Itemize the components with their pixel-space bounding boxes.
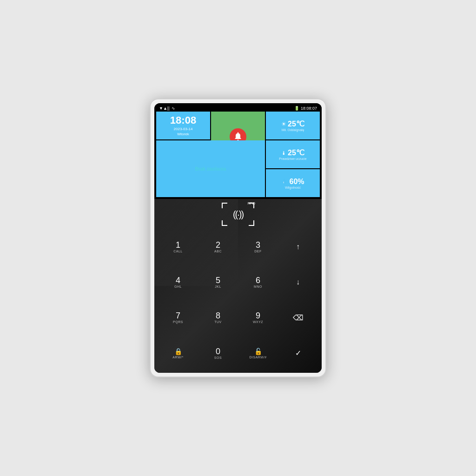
rfid-frame: ((·)) RFID — [222, 203, 254, 226]
temp2-tile: 🌡 25℃ Prawdziwe uczucie — [266, 140, 320, 168]
key-3-label: DEF — [254, 250, 262, 253]
key-arm-label: ARW/* — [172, 356, 183, 359]
key-3-number: 3 — [256, 241, 260, 249]
sun-icon: ☀ — [281, 121, 286, 127]
key-disarm[interactable]: 🔓 DISARM/# — [239, 337, 277, 370]
key-9-label: WXYZ — [253, 320, 263, 324]
key-2[interactable]: 2 ABC — [199, 230, 237, 263]
key-2-label: ABC — [214, 250, 222, 253]
humidity-icon: 💧 — [281, 178, 288, 185]
status-time: 18:08:07 — [301, 106, 317, 111]
key-3[interactable]: 3 DEF — [239, 230, 277, 263]
screen: ▼▲|| ∿ 🔋 18:08:07 18:08 2023-03-14 Wtore… — [154, 103, 322, 199]
key-4[interactable]: 4 GHL — [159, 265, 197, 299]
device-inner: ▼▲|| ∿ 🔋 18:08:07 18:08 2023-03-14 Wtore… — [154, 103, 322, 373]
key-6-number: 6 — [256, 276, 260, 284]
key-7-label: PQRS — [173, 320, 183, 324]
temp1-row: ☀ 25℃ — [281, 119, 304, 128]
checkmark-icon: ✓ — [295, 349, 301, 357]
key-backspace[interactable]: ⌫ — [279, 301, 317, 334]
key-0[interactable]: 0 SOS — [199, 337, 237, 370]
rfid-signal-icon: ((·)) — [233, 209, 243, 220]
humidity-sublabel: Wilgotność — [285, 186, 301, 189]
key-1-number: 1 — [176, 241, 180, 249]
key-6-label: MNO — [254, 285, 262, 288]
rfid-area: ((·)) RFID — [222, 203, 254, 226]
signal-icon: ▼▲|| — [159, 106, 170, 111]
unlock-icon: 🔓 — [254, 348, 262, 355]
humidity-tile: 💧 60% Wilgotność — [266, 169, 320, 197]
backspace-icon: ⌫ — [293, 313, 304, 322]
key-disarm-label: DISARM/# — [249, 356, 266, 359]
key-1-label: CALL — [173, 250, 183, 253]
time-tile[interactable]: 18:08 2023-03-14 Wtorek — [156, 112, 210, 139]
keypad-section: ((·)) RFID 1 CALL 2 ABC 3 DEF — [154, 199, 322, 373]
key-5-label: JKL — [215, 285, 221, 288]
key-5[interactable]: 5 JKL — [199, 265, 237, 299]
up-arrow-icon: ↑ — [296, 243, 300, 251]
device-panel: ▼▲|| ∿ 🔋 18:08:07 18:08 2023-03-14 Wtore… — [150, 99, 326, 377]
key-4-number: 4 — [176, 276, 180, 284]
key-8-label: TUV — [214, 320, 222, 324]
power-tile: Brak zasilania — [156, 140, 265, 197]
key-4-label: GHL — [174, 285, 182, 288]
date-display: 2023-03-14 Wtorek — [174, 126, 193, 137]
temp1-value: 25℃ — [288, 119, 304, 128]
battery-icon: 🔋 — [294, 106, 299, 111]
temp1-sublabel: Mił. Oddalgnałę — [282, 128, 304, 132]
key-7[interactable]: 7 PQRS — [159, 301, 197, 334]
key-0-label: SOS — [214, 356, 222, 359]
rfid-corner-tl — [222, 203, 227, 208]
battery-time: 🔋 18:08:07 — [294, 106, 317, 111]
status-left: ▼▲|| ∿ — [159, 106, 175, 111]
temp2-sublabel: Prawdziwe uczucie — [279, 157, 307, 160]
svg-point-0 — [238, 132, 239, 133]
clock-display: 18:08 — [170, 114, 196, 126]
day-text: Wtorek — [174, 132, 193, 137]
wifi-icon: ∿ — [172, 106, 175, 111]
key-down[interactable]: ↓ — [279, 265, 317, 299]
key-8-number: 8 — [216, 311, 220, 320]
rfid-corner-br — [249, 220, 254, 226]
key-up[interactable]: ↑ — [279, 230, 317, 263]
temp2-value: 25℃ — [288, 148, 304, 157]
tiles-grid: 18:08 2023-03-14 Wtorek Alarm — [156, 112, 320, 197]
key-8[interactable]: 8 TUV — [199, 301, 237, 334]
date-text: 2023-03-14 — [174, 126, 193, 132]
key-arm[interactable]: 🔒 ARW/* — [159, 337, 197, 370]
down-arrow-icon: ↓ — [296, 278, 300, 286]
key-9[interactable]: 9 WXYZ — [239, 301, 277, 334]
key-0-number: 0 — [216, 347, 220, 356]
power-label: Brak zasilania — [195, 166, 226, 172]
rfid-label: RFID — [248, 202, 255, 205]
key-confirm[interactable]: ✓ — [279, 337, 317, 370]
thermometer-icon: 🌡 — [281, 150, 286, 156]
key-9-number: 9 — [256, 311, 260, 320]
key-2-number: 2 — [216, 241, 220, 249]
status-bar: ▼▲|| ∿ 🔋 18:08:07 — [156, 105, 320, 112]
humidity-value: 60% — [289, 178, 304, 186]
key-5-number: 5 — [216, 276, 220, 284]
key-1[interactable]: 1 CALL — [159, 230, 197, 263]
alarm-bell-icon — [233, 132, 243, 141]
lock-icon: 🔒 — [174, 348, 182, 355]
temp2-row: 🌡 25℃ — [281, 148, 304, 157]
humidity-row: 💧 60% — [281, 178, 304, 186]
key-7-number: 7 — [176, 311, 180, 320]
key-6[interactable]: 6 MNO — [239, 265, 277, 299]
rfid-corner-bl — [222, 220, 227, 226]
keypad-grid: 1 CALL 2 ABC 3 DEF ↑ 4 GHL — [159, 230, 317, 370]
temp1-tile: ☀ 25℃ Mił. Oddalgnałę — [266, 112, 320, 139]
